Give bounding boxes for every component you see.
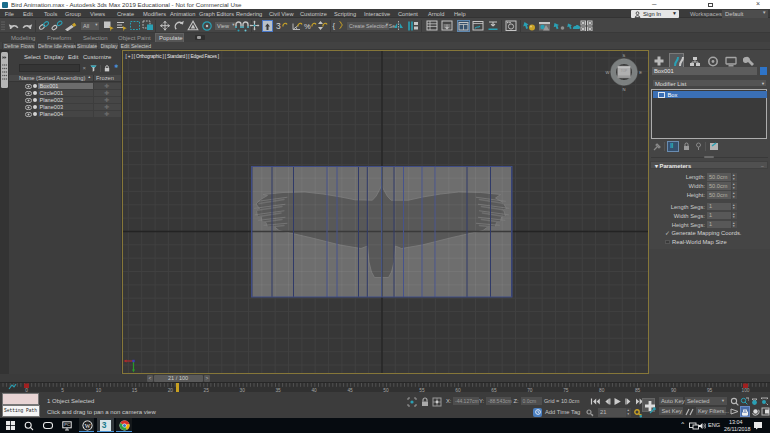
svg-text:S: S (623, 53, 626, 58)
svg-text:TOP: TOP (621, 69, 628, 73)
svg-text:W: W (84, 423, 90, 429)
svg-text:W: W (605, 70, 609, 75)
svg-text:N: N (622, 87, 625, 92)
svg-text:E: E (639, 70, 642, 75)
svg-text:PC: PC (64, 422, 70, 427)
